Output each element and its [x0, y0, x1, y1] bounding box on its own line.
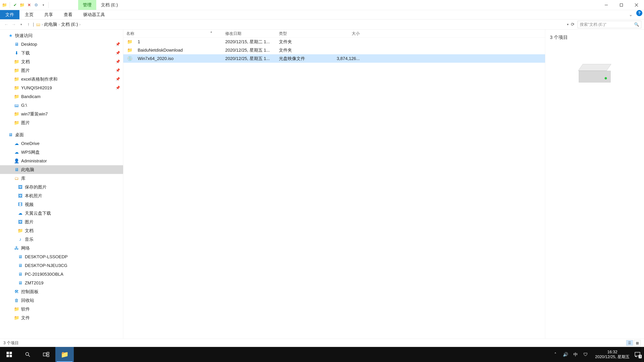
column-size[interactable]: 大小	[321, 31, 365, 36]
back-button[interactable]: ←	[3, 21, 10, 28]
file-row[interactable]: 📁 BaiduNetdiskDownload 2020/12/25, 星期五 1…	[123, 46, 545, 54]
search-button[interactable]	[18, 347, 37, 362]
minimize-button[interactable]	[599, 0, 614, 10]
refresh-icon[interactable]: ⟳	[571, 22, 574, 27]
folder-icon: 📁	[127, 39, 132, 44]
tree-libraries[interactable]: 🗂库	[0, 174, 123, 183]
ribbon-tab-share[interactable]: 共享	[39, 10, 58, 19]
tree-label: 库	[21, 175, 26, 181]
file-row[interactable]: 📁 1 2020/12/15, 星期二 1... 文件夹	[123, 37, 545, 46]
up-button[interactable]: ↑	[25, 21, 32, 28]
maximize-button[interactable]	[614, 0, 629, 10]
navigation-pane[interactable]: ★ 快速访问 🖥Desktop📌 ⬇下载📌 📁文档📌 📁图片📌 📁excel表格…	[0, 29, 123, 339]
pin-icon[interactable]: 📌	[116, 86, 120, 90]
tree-quick-item[interactable]: 🖴G:\	[0, 101, 123, 110]
pin-icon[interactable]: 📌	[116, 68, 120, 72]
qat-new-folder-icon[interactable]: 📁	[19, 2, 25, 8]
tree-quick-item[interactable]: 🖥Desktop📌	[0, 40, 123, 49]
pin-icon[interactable]: 📌	[116, 59, 120, 64]
icons-view-button[interactable]: ▦	[634, 340, 641, 346]
ribbon-tab-home[interactable]: 主页	[20, 10, 39, 19]
recycle-icon: 🗑	[14, 298, 19, 303]
tree-quick-item[interactable]: 📁excel表格制作求和📌	[0, 75, 123, 83]
qat-properties-icon[interactable]: ✔	[12, 2, 18, 8]
tree-quick-item[interactable]: 📁win7重装win7	[0, 110, 123, 118]
tree-quick-item[interactable]: 📁YUNQISHI2019📌	[0, 83, 123, 92]
address-dropdown-icon[interactable]: ▾	[567, 23, 568, 26]
breadcrumb-segment[interactable]: 此电脑	[44, 21, 57, 27]
tree-quick-access[interactable]: ★ 快速访问	[0, 31, 123, 40]
tree-lib-item[interactable]: 🖼图片	[0, 218, 123, 226]
pin-icon[interactable]: 📌	[116, 42, 120, 46]
qat-app-icon[interactable]: 📁	[2, 2, 8, 8]
drive-icon: 🖴	[14, 103, 19, 108]
file-row[interactable]: 💿 Win7x64_2020.iso 2020/12/25, 星期五 1... …	[123, 54, 545, 63]
column-date[interactable]: 修改日期	[222, 31, 276, 36]
taskbar-app-explorer[interactable]: 📁	[55, 347, 74, 362]
search-input[interactable]: 搜索"文档 (E:)" 🔍	[578, 21, 641, 28]
tree-network-item[interactable]: 🖥DESKTOP-LSSOEDP	[0, 252, 123, 261]
desktop-icon: 🖥	[14, 42, 19, 47]
tree-folder[interactable]: 📁软件	[0, 305, 123, 313]
file-list[interactable]: 名称 ▴ 修改日期 类型 大小 📁 1 2020/12/15, 星期二 1...…	[123, 29, 545, 339]
action-center-button[interactable]: 3	[633, 350, 642, 359]
help-icon[interactable]: ?	[636, 10, 642, 16]
details-view-button[interactable]: ☰	[626, 340, 633, 346]
tray-overflow-icon[interactable]: ˄	[552, 352, 558, 357]
tree-folder[interactable]: 📁文件	[0, 313, 123, 322]
tree-quick-item[interactable]: 📁文档📌	[0, 57, 123, 66]
tree-user[interactable]: 👤Administrator	[0, 157, 123, 165]
chevron-right-icon[interactable]: ›	[58, 22, 60, 26]
task-view-button[interactable]	[37, 347, 55, 362]
breadcrumb-segment[interactable]: 文档 (E:)	[61, 21, 78, 27]
tree-control-panel[interactable]: 🛠控制面板	[0, 287, 123, 296]
close-button[interactable]	[629, 0, 644, 10]
recent-locations-dropdown[interactable]: ▾	[18, 21, 25, 28]
column-type[interactable]: 类型	[276, 31, 321, 36]
ime-indicator[interactable]: 中	[573, 352, 578, 358]
tree-quick-item[interactable]: 📁Bandicam	[0, 92, 123, 101]
security-icon[interactable]: 🛡	[583, 352, 588, 357]
pin-icon[interactable]: 📌	[116, 77, 120, 81]
pin-icon[interactable]: 📌	[116, 51, 120, 55]
column-name[interactable]: 名称	[123, 31, 222, 36]
show-desktop-button[interactable]	[642, 347, 644, 362]
context-tab-manage[interactable]: 管理	[78, 0, 96, 10]
chevron-right-icon[interactable]: ›	[79, 22, 80, 26]
qat-delete-icon[interactable]: ✕	[26, 2, 32, 8]
tree-lib-item[interactable]: 🖼保存的图片	[0, 183, 123, 191]
qat-dropdown-icon[interactable]: ▾	[40, 2, 46, 8]
search-icon[interactable]: 🔍	[634, 22, 639, 27]
tree-lib-item[interactable]: ☁天翼云盘下载	[0, 209, 123, 218]
start-button[interactable]	[0, 347, 18, 362]
tree-lib-item[interactable]: 📁文档	[0, 226, 123, 235]
tree-network-item[interactable]: 🖥DESKTOP-NJEU3CG	[0, 261, 123, 270]
tree-label: win7重装win7	[21, 111, 48, 117]
taskbar-clock[interactable]: 16:32 2020/12/25, 星期五	[592, 350, 633, 359]
ribbon-tab-drive-tools[interactable]: 驱动器工具	[78, 10, 110, 19]
panel-icon: 🛠	[14, 289, 19, 294]
tree-desktop[interactable]: 🖥桌面	[0, 130, 123, 139]
volume-icon[interactable]: 🔊	[563, 352, 568, 357]
tree-quick-item[interactable]: 📁图片	[0, 118, 123, 127]
taskbar[interactable]: 📁 ˄ 🔊 中 🛡 16:32 2020/12/25, 星期五 3	[0, 347, 644, 362]
tree-wps[interactable]: ☁WPS网盘	[0, 148, 123, 157]
tree-network-item[interactable]: 🖥ZMT2019	[0, 279, 123, 287]
tree-network[interactable]: 🖧网络	[0, 244, 123, 252]
tree-quick-item[interactable]: 📁图片📌	[0, 66, 123, 75]
ribbon-collapse-icon[interactable]: ⌄	[626, 10, 635, 19]
forward-button[interactable]: →	[10, 21, 18, 28]
tree-quick-item[interactable]: ⬇下载📌	[0, 49, 123, 57]
tree-lib-item[interactable]: ♪音乐	[0, 235, 123, 244]
tree-onedrive[interactable]: ☁OneDrive	[0, 139, 123, 148]
qat-settings-icon[interactable]: ⚙	[33, 2, 39, 8]
ribbon-tab-file[interactable]: 文件	[0, 10, 20, 19]
breadcrumb[interactable]: 🖴 › 此电脑 › 文档 (E:) ›	[36, 21, 564, 27]
tree-lib-item[interactable]: 🎞视频	[0, 200, 123, 209]
tree-this-pc[interactable]: 🖥此电脑	[0, 165, 123, 174]
ribbon-tab-view[interactable]: 查看	[58, 10, 78, 19]
tree-recycle-bin[interactable]: 🗑回收站	[0, 296, 123, 305]
tree-network-item[interactable]: 🖥PC-20190530OBLA	[0, 270, 123, 279]
tree-lib-item[interactable]: 🖼本机照片	[0, 191, 123, 200]
chevron-right-icon[interactable]: ›	[42, 22, 43, 26]
